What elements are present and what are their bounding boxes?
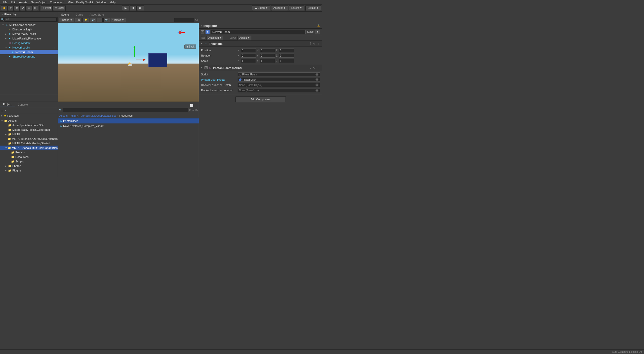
- gizmos-dropdown[interactable]: Gizmos ▼: [111, 18, 126, 22]
- photon-room-component-header[interactable]: ▼ ✓ ⬡ Photon Room (Script) ? ⚙ ⋮: [199, 65, 322, 71]
- add-component-btn[interactable]: Add Component: [235, 96, 286, 102]
- scripts-item[interactable]: 📁 Scripts: [0, 159, 58, 164]
- file-item-rover-explorer[interactable]: ◈ RoverExplorer_Complete_Variant: [58, 123, 199, 128]
- pause-button[interactable]: ⏸: [130, 5, 137, 11]
- hierarchy-item-playspace[interactable]: ▶ ■ MixedRealityPlayspace: [0, 36, 58, 41]
- move-tool-btn[interactable]: ✥: [8, 5, 14, 11]
- breadcrumb-assets[interactable]: Assets: [59, 114, 68, 117]
- step-button[interactable]: ⏭: [137, 5, 144, 11]
- layers-btn[interactable]: Layers ▼: [289, 5, 304, 11]
- menu-help[interactable]: Help: [108, 0, 117, 5]
- photon-room-settings-btn[interactable]: ⚙: [313, 66, 316, 69]
- menu-mixed-reality[interactable]: Mixed Reality Toolkit: [66, 0, 95, 5]
- transform-component-header[interactable]: ▼ ↔ Transform ? ⚙ ⋮: [199, 41, 322, 47]
- local-btn[interactable]: ◎ Local: [53, 5, 66, 11]
- files-search-input[interactable]: [63, 108, 188, 112]
- fx-btn[interactable]: ✦: [97, 18, 103, 22]
- scene-back-btn[interactable]: ◀ Back: [184, 45, 196, 49]
- transform-overflow-btn[interactable]: ⋮: [317, 42, 320, 45]
- mrtk-multi-item[interactable]: ▼ 📁 MRTK.Tutorials.MultiUserCapabilities: [0, 146, 58, 150]
- transform-tool-btn[interactable]: ⊞: [32, 5, 38, 11]
- photon-room-help-btn[interactable]: ?: [309, 66, 312, 69]
- scale-y[interactable]: [260, 59, 275, 63]
- hierarchy-item-debugwindow[interactable]: ⬡ DebugWindow: [0, 41, 58, 45]
- file-item-photon-user[interactable]: ◈ PhotonUser: [58, 118, 199, 123]
- hierarchy-item-dirlight[interactable]: ☀ Directional Light: [0, 27, 58, 32]
- rotation-y[interactable]: [260, 54, 275, 58]
- menu-assets[interactable]: Assets: [17, 0, 29, 5]
- rotate-tool-btn[interactable]: ↻: [14, 5, 20, 11]
- scene-cam-btn[interactable]: 📷: [103, 18, 110, 22]
- hand-tool-btn[interactable]: ✋: [1, 5, 8, 11]
- default-layout-btn[interactable]: Default ▼: [305, 5, 321, 11]
- object-active-checkbox[interactable]: ✓: [201, 30, 204, 33]
- 2d-btn[interactable]: 2D: [75, 18, 82, 22]
- script-select-btn[interactable]: ⊙: [315, 73, 319, 76]
- hierarchy-item-networklobby[interactable]: ▼ ■ NetworkLobby ⋮: [0, 45, 58, 50]
- light-btn[interactable]: 💡: [83, 18, 89, 22]
- audio-btn[interactable]: 🔊: [90, 18, 96, 22]
- breadcrumb-mrtk[interactable]: MRTK.Tutorials.MultiUserCapabilities: [71, 114, 116, 117]
- photon-user-select-btn[interactable]: ⊙: [315, 78, 319, 81]
- hierarchy-item-mrtk[interactable]: ▶ ■ MixedRealityToolkit: [0, 32, 58, 36]
- menu-window[interactable]: Window: [95, 0, 108, 5]
- azure-anchors-item[interactable]: 📁 AzureSpatialAnchors.SDK: [0, 123, 58, 127]
- account-btn[interactable]: Account ▼: [271, 5, 288, 11]
- resources-item[interactable]: 📁 Resources: [0, 155, 58, 159]
- play-button[interactable]: ▶: [122, 5, 129, 11]
- static-dropdown[interactable]: ▼: [315, 30, 320, 34]
- hierarchy-item-networkroom[interactable]: ■ NetworkRoom: [0, 50, 58, 54]
- position-z[interactable]: [279, 48, 294, 52]
- scale-z[interactable]: [279, 59, 294, 63]
- hierarchy-item-multiuser[interactable]: ▼ ◈ MultiUserCapabilities* ⋮: [0, 23, 58, 27]
- menu-component[interactable]: Component: [48, 0, 66, 5]
- menu-file[interactable]: File: [1, 0, 9, 5]
- mrtk-generated-item[interactable]: 📁 MixedRealityToolkit.Generated: [0, 127, 58, 132]
- hierarchy-item-sharedplayground[interactable]: ■ SharedPlayground ⋮: [0, 54, 58, 59]
- layer-dropdown[interactable]: Default ▼: [237, 36, 251, 40]
- position-x[interactable]: [241, 48, 256, 52]
- scene-search-input[interactable]: [174, 18, 194, 22]
- add-folder-btn[interactable]: +: [1, 109, 3, 113]
- bottom-maximize-btn[interactable]: ⬜: [190, 104, 193, 107]
- plugins-item[interactable]: ▶ 📁 Plugins: [0, 168, 58, 172]
- hierarchy-search-input[interactable]: [5, 18, 57, 22]
- mrtk-getting-started-item[interactable]: 📁 MRTK.Tutorials.GettingStarted: [0, 141, 58, 146]
- tab-game[interactable]: Game: [72, 12, 86, 17]
- files-view-btn[interactable]: ⊞: [189, 109, 191, 111]
- scene-view[interactable]: ⛅ ◀ Back: [58, 23, 199, 102]
- assets-header[interactable]: ▼ 📁 Assets: [0, 118, 58, 123]
- rocket-launcher-location-btn[interactable]: ⊙: [315, 88, 319, 92]
- scale-tool-btn[interactable]: ⤢: [20, 5, 26, 11]
- pivot-btn[interactable]: ⊙ Pivot: [41, 5, 53, 11]
- rocket-launcher-select-btn[interactable]: ⊙: [315, 83, 319, 87]
- inspector-lock-btn[interactable]: 🔒: [317, 24, 320, 27]
- rotation-z[interactable]: [279, 54, 294, 58]
- tab-console[interactable]: Console: [15, 102, 31, 107]
- collab-btn[interactable]: ☁ Collab ▼: [252, 5, 270, 11]
- bottom-overflow-btn[interactable]: ⋮: [194, 104, 197, 107]
- transform-settings-btn[interactable]: ⚙: [313, 42, 316, 45]
- rect-tool-btn[interactable]: ▭: [26, 5, 32, 11]
- scale-x[interactable]: [241, 59, 256, 63]
- tab-asset-store[interactable]: Asset Store: [86, 12, 107, 17]
- object-name-field[interactable]: [211, 30, 306, 34]
- prefabs-item[interactable]: 📁 Prefabs: [0, 150, 58, 155]
- favorites-header[interactable]: ▶ ★ Favorites: [0, 113, 58, 118]
- shaded-dropdown[interactable]: Shaded ▼: [59, 18, 74, 22]
- photon-room-checkbox[interactable]: ✓: [205, 66, 208, 69]
- tab-scene[interactable]: Scene: [58, 12, 72, 17]
- tag-dropdown[interactable]: Untagged ▼: [207, 36, 223, 40]
- mrtk-azure-item[interactable]: 📁 MRTK.Tutorials.AzureSpatialAnchors: [0, 137, 58, 141]
- menu-gameobject[interactable]: GameObject: [29, 0, 48, 5]
- files-fav-btn[interactable]: ★: [192, 109, 194, 111]
- photon-item[interactable]: ▶ 📁 Photon: [0, 164, 58, 168]
- photon-room-overflow-btn[interactable]: ⋮: [317, 66, 320, 69]
- transform-help-btn[interactable]: ?: [309, 42, 312, 45]
- position-y[interactable]: [260, 48, 275, 52]
- rotation-x[interactable]: [241, 54, 256, 58]
- hierarchy-menu-btn[interactable]: ⋮: [53, 13, 56, 16]
- mrtk-item[interactable]: ▶ 📁 MRTK: [0, 132, 58, 137]
- menu-edit[interactable]: Edit: [9, 0, 17, 5]
- tab-project[interactable]: Project: [0, 102, 15, 107]
